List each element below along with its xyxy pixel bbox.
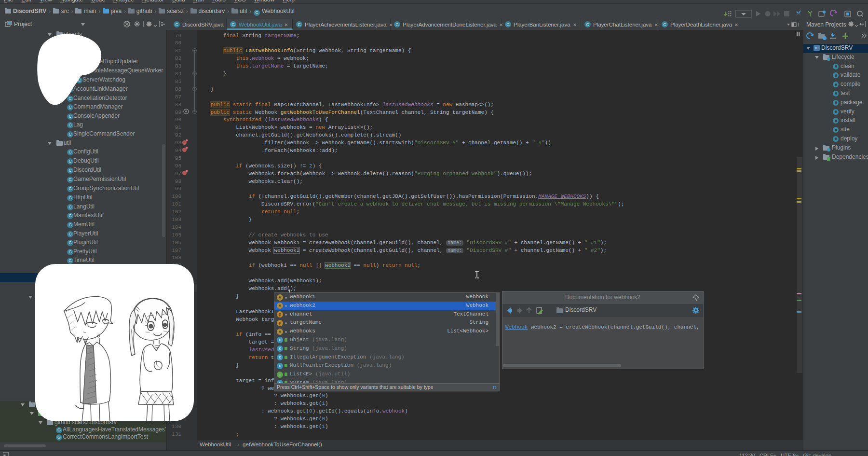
svg-text:C: C <box>395 22 399 27</box>
svg-text:C: C <box>298 22 301 27</box>
svg-text:C: C <box>231 22 235 27</box>
svg-text:C: C <box>506 22 510 27</box>
svg-text:C: C <box>175 22 178 27</box>
svg-text:C: C <box>586 22 589 27</box>
svg-text:C: C <box>663 22 666 27</box>
